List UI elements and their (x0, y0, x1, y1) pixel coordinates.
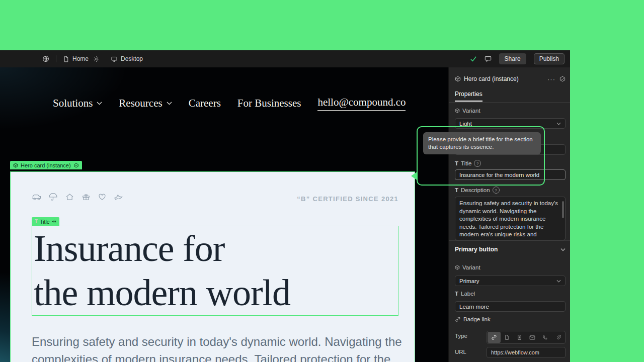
nav-label: Careers (189, 97, 221, 110)
desktop-background: Home Desktop (0, 0, 644, 362)
primary-button-section-title: Primary button (455, 246, 560, 253)
primary-button-section-header[interactable]: Primary button (455, 246, 566, 253)
link-type-button-group (487, 331, 566, 344)
label-input[interactable]: Learn more (455, 301, 566, 312)
page-name: Home (72, 55, 89, 62)
text-type-icon: T (455, 160, 458, 166)
selected-title-element[interactable]: Insurance forthe modern world (32, 226, 398, 316)
publish-button[interactable]: Publish (534, 53, 565, 64)
description-label: Description (461, 187, 490, 193)
toolbar-divider (56, 55, 56, 62)
link-type-page-button[interactable] (501, 332, 514, 343)
obscured-input[interactable] (455, 144, 566, 155)
nav-label: hello@compound.co (317, 96, 406, 109)
hero-heading: Insurance forthe modern world (32, 226, 398, 315)
toolbar-right: Share Publish (470, 53, 570, 64)
title-badge-label: Title (40, 219, 49, 225)
url-label: URL (455, 349, 466, 355)
hero-card[interactable]: “B” CERTIFIED SINCE 2021 T Title Insuran (10, 171, 415, 362)
site-navigation: Solutions Resources Careers (53, 96, 406, 111)
tab-properties[interactable]: Properties (455, 90, 482, 102)
help-icon[interactable]: ? (493, 187, 500, 194)
category-icons-row (32, 193, 123, 201)
component-cube-icon (455, 76, 461, 82)
workspace: Solutions Resources Careers (0, 67, 570, 362)
page-icon (63, 56, 69, 62)
pb-variant-select[interactable]: Primary (455, 276, 566, 286)
home-icon[interactable] (65, 193, 74, 201)
text-type-icon: T (35, 219, 38, 224)
link-type-section-button[interactable] (513, 332, 526, 343)
component-edit-icon (73, 163, 79, 168)
variant-label: Variant (462, 264, 480, 270)
variant-property-label: Variant (455, 108, 566, 114)
badge-link-label: Badge link (463, 316, 491, 322)
designer-window: Home Desktop (0, 50, 570, 362)
url-input[interactable]: https://webflow.com (487, 347, 566, 358)
nav-label: Resources (119, 97, 162, 110)
variant-cube-icon (455, 108, 460, 113)
link-type-email-button[interactable] (526, 332, 539, 343)
design-canvas[interactable]: Solutions Resources Careers (0, 67, 448, 362)
label-input-value: Learn more (459, 304, 489, 310)
chevron-down-icon (556, 280, 561, 283)
chevron-down-icon (556, 122, 561, 125)
text-type-icon: T (455, 291, 458, 297)
description-textarea[interactable]: Ensuring safety and security in today's … (455, 197, 566, 240)
description-value: Ensuring safety and security in today's … (459, 200, 558, 237)
nav-label: Solutions (53, 97, 93, 110)
breakpoint-name: Desktop (121, 55, 143, 62)
saved-check-icon[interactable] (470, 56, 477, 62)
nav-label: For Businesses (237, 97, 301, 110)
vehicle-icon[interactable] (32, 193, 41, 201)
label-label: Label (461, 291, 475, 297)
component-swap-icon[interactable] (559, 76, 566, 82)
title-input[interactable]: Insurance for the modern world (455, 169, 566, 180)
variant-cube-icon (455, 265, 460, 270)
title-label: Title (461, 160, 471, 166)
nav-link-resources[interactable]: Resources (119, 97, 172, 110)
breakpoint-selector[interactable]: Desktop (111, 55, 143, 62)
nav-link-solutions[interactable]: Solutions (53, 97, 102, 110)
panel-title: Hero card (instance) (464, 75, 543, 82)
badge-link-property-label: Badge link (455, 316, 566, 322)
gift-icon[interactable] (82, 193, 91, 201)
panel-header: Hero card (instance) ··· (455, 73, 566, 84)
certified-text[interactable]: “B” CERTIFIED SINCE 2021 (297, 195, 398, 203)
comment-icon[interactable] (485, 55, 492, 62)
umbrella-icon[interactable] (48, 193, 58, 201)
title-input-value: Insurance for the modern world (459, 172, 539, 178)
panel-divider (449, 240, 570, 241)
link-type-url-button[interactable] (488, 332, 501, 343)
settings-gear-icon (52, 219, 56, 225)
chevron-down-icon (167, 102, 172, 105)
help-icon[interactable]: ? (474, 160, 481, 167)
label-property-label: T Label (455, 291, 566, 297)
nav-link-email[interactable]: hello@compound.co (317, 96, 406, 111)
more-options-button[interactable]: ··· (546, 75, 556, 83)
title-element-badge[interactable]: T Title (32, 217, 59, 226)
settings-panel: Hero card (instance) ··· Properties (448, 67, 570, 362)
hero-paragraph[interactable]: Ensuring safety and security in today's … (32, 333, 408, 362)
title-property-label: T Title ? (455, 160, 566, 167)
page-settings-gear-icon[interactable] (93, 56, 100, 62)
component-badge[interactable]: Hero card (instance) (10, 161, 82, 169)
variant-select[interactable]: Light (455, 118, 566, 129)
text-type-icon: T (455, 187, 458, 193)
component-badge-label: Hero card (instance) (21, 162, 71, 168)
type-label: Type (455, 333, 467, 339)
page-selector[interactable]: Home (63, 55, 89, 62)
textarea-scrollbar[interactable] (562, 201, 564, 218)
chevron-down-icon (560, 248, 566, 251)
link-type-phone-button[interactable] (539, 332, 552, 343)
top-toolbar: Home Desktop (0, 50, 570, 67)
nav-link-for-businesses[interactable]: For Businesses (237, 97, 301, 110)
globe-icon[interactable] (42, 55, 49, 62)
chevron-down-icon (97, 102, 102, 105)
nav-link-careers[interactable]: Careers (189, 97, 221, 110)
health-icon[interactable] (98, 193, 107, 201)
link-type-attachment-button[interactable] (552, 332, 565, 343)
share-button[interactable]: Share (499, 53, 526, 64)
bird-icon[interactable] (114, 193, 123, 201)
pb-variant-property-label: Variant (455, 264, 566, 270)
